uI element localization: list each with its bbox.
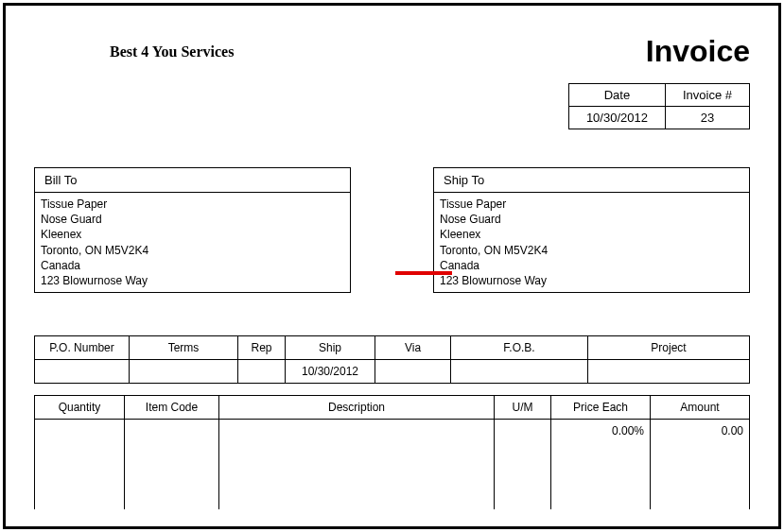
um-header: U/M xyxy=(495,396,551,420)
po-number-value xyxy=(35,360,130,384)
rep-value xyxy=(238,360,286,384)
ship-to-line: Canada xyxy=(440,258,743,273)
annotation-mark xyxy=(395,271,452,275)
fob-value xyxy=(451,360,588,384)
bill-to-line: Nose Guard xyxy=(41,212,344,227)
description-header: Description xyxy=(219,396,495,420)
quantity-header: Quantity xyxy=(35,396,125,420)
ship-to-line: Tissue Paper xyxy=(440,197,743,212)
item-code-cell xyxy=(125,420,219,509)
terms-header: Terms xyxy=(130,336,238,360)
items-table: Quantity Item Code Description U/M Price… xyxy=(34,395,750,509)
bill-to-body: Tissue Paper Nose Guard Kleenex Toronto,… xyxy=(35,193,350,292)
ship-to-box: Ship To Tissue Paper Nose Guard Kleenex … xyxy=(433,167,750,293)
bill-to-line: Toronto, ON M5V2K4 xyxy=(41,243,344,258)
ship-to-line: Nose Guard xyxy=(440,212,743,227)
date-label: Date xyxy=(568,84,665,107)
invoice-page: Best 4 You Services Invoice Date Invoice… xyxy=(3,3,781,529)
ship-header: Ship xyxy=(286,336,375,360)
price-each-cell: 0.00% xyxy=(551,420,651,509)
ship-to-line: 123 Blowurnose Way xyxy=(440,273,743,288)
address-row: Bill To Tissue Paper Nose Guard Kleenex … xyxy=(34,167,750,293)
ship-to-label: Ship To xyxy=(434,168,749,193)
ship-to-line: Kleenex xyxy=(440,227,743,242)
bill-to-line: Canada xyxy=(41,258,344,273)
header-row: Best 4 You Services Invoice xyxy=(34,34,750,69)
terms-value xyxy=(130,360,238,384)
description-cell xyxy=(219,420,495,509)
item-code-header: Item Code xyxy=(125,396,219,420)
ship-to-line: Toronto, ON M5V2K4 xyxy=(440,243,743,258)
bill-to-line: Tissue Paper xyxy=(41,197,344,212)
project-value xyxy=(588,360,750,384)
ship-value: 10/30/2012 xyxy=(286,360,375,384)
via-header: Via xyxy=(375,336,451,360)
price-each-header: Price Each xyxy=(551,396,651,420)
bill-to-label: Bill To xyxy=(35,168,350,193)
amount-header: Amount xyxy=(651,396,750,420)
table-row: 0.00% 0.00 xyxy=(35,420,750,509)
rep-header: Rep xyxy=(238,336,286,360)
date-value: 10/30/2012 xyxy=(568,107,665,129)
project-header: Project xyxy=(588,336,750,360)
bill-to-box: Bill To Tissue Paper Nose Guard Kleenex … xyxy=(34,167,351,293)
amount-cell: 0.00 xyxy=(651,420,750,509)
fob-header: F.O.B. xyxy=(451,336,588,360)
po-number-header: P.O. Number xyxy=(35,336,130,360)
um-cell xyxy=(495,420,551,509)
meta-table: Date Invoice # 10/30/2012 23 xyxy=(568,83,750,129)
ship-to-body: Tissue Paper Nose Guard Kleenex Toronto,… xyxy=(434,193,749,292)
bill-to-line: Kleenex xyxy=(41,227,344,242)
bill-to-line: 123 Blowurnose Way xyxy=(41,273,344,288)
quantity-cell xyxy=(35,420,125,509)
order-grid: P.O. Number Terms Rep Ship Via F.O.B. Pr… xyxy=(34,335,750,384)
via-value xyxy=(375,360,451,384)
invoice-no-label: Invoice # xyxy=(665,84,749,107)
company-name: Best 4 You Services xyxy=(34,43,234,60)
invoice-no-value: 23 xyxy=(665,107,749,129)
invoice-title: Invoice xyxy=(646,34,750,69)
